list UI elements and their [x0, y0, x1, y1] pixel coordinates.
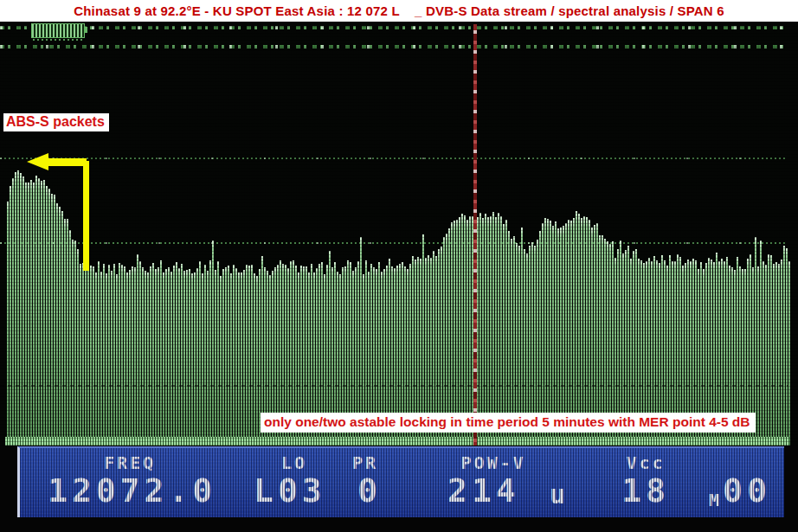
spectrum-bar: [461, 214, 463, 445]
spectrum-bar: [225, 267, 227, 445]
spectrum-bar: [251, 265, 253, 445]
spectrum-bar: [768, 254, 769, 445]
spectrum-bar: [82, 263, 84, 445]
spectrum-bar: [160, 260, 162, 445]
reference-line-mid-2: [0, 242, 788, 244]
spectrum-bar: [464, 215, 466, 445]
spectrum-bar: [20, 173, 22, 445]
spectrum-bar: [760, 240, 762, 445]
pr-value: 0: [344, 473, 396, 508]
spectrum-bar: [181, 264, 183, 445]
spectrum-bar: [487, 217, 489, 445]
spectrum-bar: [59, 207, 61, 445]
spectrum-bar: [41, 181, 42, 445]
spectrum-bar: [544, 218, 546, 445]
spectrum-bar: [235, 268, 237, 445]
spectrum-bar: [67, 219, 68, 445]
spectrum-bar: [28, 183, 29, 445]
lo-label: LO: [260, 452, 329, 471]
lo-value: L03: [254, 473, 326, 508]
spectrum-bar: [87, 262, 89, 445]
spectrum-bar: [121, 265, 123, 445]
spectrum-bar: [150, 266, 151, 445]
spectrum-bar: [550, 221, 551, 445]
spectrum-bar: [69, 230, 71, 445]
spectrum-bar: [773, 264, 775, 445]
spectrum-bar: [241, 272, 242, 445]
abs-s-packets-label: ABS-S packets: [3, 113, 109, 131]
spectrum-bar: [152, 263, 154, 445]
spectrum-bar: [498, 213, 499, 445]
page-title: Chinasat 9 at 92.2°E - KU SPOT East Asia…: [74, 3, 724, 18]
spectrum-bar: [209, 260, 211, 445]
spectrum-bar: [103, 264, 105, 445]
spectrum-bar: [46, 186, 48, 445]
spectrum-bar: [98, 261, 100, 445]
spectrum-bar: [38, 178, 40, 446]
title-bar: Chinasat 9 at 92.2°E - KU SPOT East Asia…: [0, 0, 798, 22]
spectrum-bar: [100, 272, 102, 445]
spectrum-bar: [158, 267, 159, 445]
arrow-head-icon: [27, 153, 48, 170]
spectrum-bar: [248, 266, 250, 445]
spectrum-bar: [15, 172, 16, 445]
spectrum-bar: [763, 261, 764, 445]
spectrum-bar: [781, 260, 782, 445]
spectrum-bar: [586, 217, 588, 445]
spectrum-bar: [43, 180, 45, 445]
spectrum-bar: [74, 240, 76, 445]
reference-line-top-1: [0, 26, 788, 29]
spectrum-bar: [129, 270, 131, 445]
spectrum-bar: [48, 189, 50, 445]
mode-prefix: M: [709, 490, 719, 510]
spectrum-bar: [183, 271, 185, 445]
freq-value: 12072.0: [48, 473, 216, 508]
spectrum-bar: [583, 216, 585, 445]
spectrum-bar: [485, 214, 486, 445]
spectrum-bar: [23, 176, 24, 445]
spectrum-bar: [207, 271, 209, 445]
arrow-shaft-horizontal: [43, 158, 87, 166]
spectrum-bar: [10, 186, 11, 445]
meter-screen: Chinasat 9 at 92.2°E - KU SPOT East Asia…: [0, 0, 798, 532]
spectrum-bar: [256, 276, 258, 445]
spectrum-bar: [199, 261, 201, 445]
spectrum-bar: [186, 270, 188, 445]
spectrum-bar: [222, 269, 224, 445]
spectrum-bar: [500, 216, 502, 445]
spectrum-bar: [176, 262, 177, 445]
spectrum-bar: [134, 267, 136, 445]
spectrum-bar: [142, 267, 144, 445]
spectrum-bar: [204, 265, 206, 445]
vcc-label: Vcc: [618, 452, 673, 471]
freq-label: FREQ: [65, 452, 195, 471]
spectrum-bar: [85, 261, 87, 445]
pow-v-value: 214: [447, 473, 520, 508]
spectrum-bar: [145, 271, 146, 445]
spectrum-bar: [189, 269, 190, 445]
spectrum-bar: [17, 170, 19, 445]
spectrum-bar: [469, 216, 471, 445]
level-indicator-bar: [31, 23, 85, 38]
spectrum-bar: [786, 248, 788, 445]
spectrum-bar: [95, 272, 97, 445]
spectrum-bar: [783, 246, 785, 445]
spectrum-bar: [477, 217, 479, 445]
spectrum-bar: [191, 273, 193, 445]
spectrum-bar: [111, 271, 113, 445]
pow-v-unit: u: [550, 479, 565, 510]
spectrum-bar: [116, 274, 118, 445]
spectrum-bar: [589, 220, 590, 445]
spectrum-bar: [228, 266, 229, 445]
spectrum-bar: [51, 194, 53, 445]
spectrum-bar: [113, 264, 115, 445]
center-frequency-marker: [473, 24, 477, 445]
spectrum-bar: [770, 255, 772, 445]
spectrum-bar: [576, 211, 577, 445]
spectrum-bar: [173, 266, 175, 445]
spectrum-bar: [230, 273, 232, 445]
spectrum-bar: [168, 267, 170, 445]
spectrum-bar: [77, 249, 79, 445]
status-bar: FREQ 12072.0 LO L03 PR 0 POW-V 214 u Vcc…: [17, 446, 784, 517]
spectrum-bar: [233, 265, 235, 445]
